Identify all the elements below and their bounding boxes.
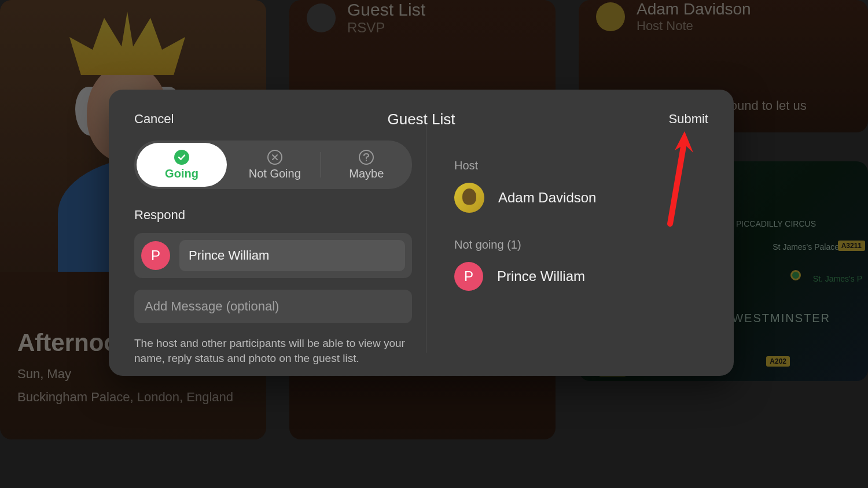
guest-name: Prince William — [497, 268, 585, 284]
host-card-name: Adam Davidson — [637, 0, 751, 19]
map-pin-icon — [790, 270, 801, 280]
respond-section-label: Respond — [134, 208, 412, 223]
segment-going-label: Going — [165, 167, 198, 180]
notgoing-section-label: Not going (1) — [454, 238, 708, 252]
guest-list-title: Guest List — [347, 0, 425, 20]
message-input[interactable] — [134, 290, 412, 323]
rsvp-segmented-control: Going Not Going Maybe — [134, 141, 412, 189]
guest-list-icon — [307, 3, 336, 32]
rsvp-modal: Cancel Guest List Submit Going Not Going — [109, 90, 734, 376]
check-icon — [174, 150, 189, 165]
map-badge-a202: A202 — [766, 356, 790, 367]
segment-maybe[interactable]: Maybe — [321, 141, 413, 189]
guest-avatar: P — [454, 262, 483, 291]
responder-avatar: P — [141, 241, 170, 270]
map-badge-a3211: A3211 — [838, 241, 865, 251]
map-label-piccadilly: PICCADILLY CIRCUS — [736, 219, 816, 228]
question-icon — [359, 150, 374, 165]
map-label-stjamespark: St. James's P — [813, 274, 862, 283]
host-avatar — [454, 183, 484, 213]
map-label-stjames: St James's Palace — [773, 242, 839, 252]
host-card-sub: Host Note — [637, 19, 751, 34]
segment-not-going[interactable]: Not Going — [229, 141, 321, 189]
rsvp-label: RSVP — [347, 20, 425, 36]
submit-button[interactable]: Submit — [669, 112, 708, 127]
segment-notgoing-label: Not Going — [249, 167, 301, 180]
event-location: Buckingham Palace, London, England — [17, 390, 249, 405]
segment-maybe-label: Maybe — [349, 167, 384, 180]
host-avatar-bg — [596, 2, 625, 31]
host-section-label: Host — [454, 159, 708, 172]
host-row: Adam Davidson — [454, 183, 708, 213]
guest-row: P Prince William — [454, 262, 708, 291]
responder-name-input[interactable] — [179, 240, 405, 271]
responder-row: P — [134, 233, 412, 278]
x-icon — [267, 150, 282, 165]
segment-going[interactable]: Going — [137, 143, 227, 187]
disclosure-text: The host and other participants will be … — [134, 336, 412, 365]
host-name: Adam Davidson — [498, 190, 596, 206]
